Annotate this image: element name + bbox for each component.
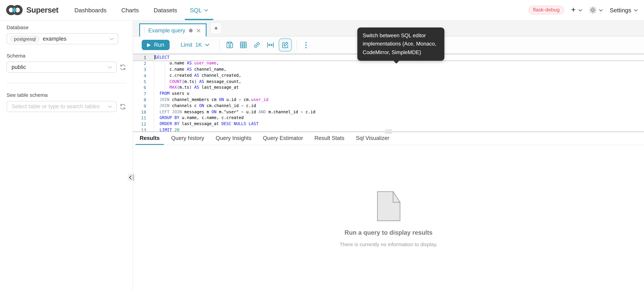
results-tab-query-estimator[interactable]: Query Estimator xyxy=(262,135,303,144)
limit-value: 1K xyxy=(195,42,202,48)
line-number: 5 xyxy=(133,79,154,85)
results-tab-label: Results xyxy=(140,135,160,141)
refresh-schemas-button[interactable] xyxy=(120,64,126,70)
schema-label: Schema xyxy=(6,53,126,59)
nav-item-dashboards[interactable]: Dashboards xyxy=(67,0,114,20)
editor-line-12[interactable]: 12 ORDER BY last_message_at DESC NULLS L… xyxy=(133,121,644,127)
chevron-down-icon xyxy=(108,105,112,108)
code-line: GROUP BY u.name, c.name, c.created xyxy=(154,115,644,121)
collapse-sidebar-button[interactable] xyxy=(128,173,133,181)
limit-label: Limit xyxy=(180,42,192,48)
theme-sun-icon xyxy=(589,6,596,13)
editor-line-10[interactable]: 10 LEFT JOIN messages m ON m."user" = u.… xyxy=(133,109,644,115)
copy-link-button[interactable] xyxy=(250,39,264,51)
run-query-button[interactable]: Run xyxy=(142,40,170,50)
nav-item-label: SQL xyxy=(190,7,202,13)
schema-select[interactable]: public xyxy=(6,61,116,73)
query-tab-example-query[interactable]: Example query xyxy=(139,23,206,36)
caret-down-icon xyxy=(634,9,638,11)
editor-line-8[interactable]: 8 JOIN channel_members cm ON u.id = cm.u… xyxy=(133,97,644,103)
editor-line-13[interactable]: 13 LIMIT 20 xyxy=(133,127,644,131)
drag-handle-icon[interactable] xyxy=(144,27,145,33)
render-table-button[interactable] xyxy=(236,39,250,51)
chevron-down-icon xyxy=(108,66,112,68)
code-line: c.name AS channel_name, xyxy=(154,66,644,72)
editor-line-5[interactable]: 5 COUNT(m.ts) AS message_count, xyxy=(133,79,644,85)
results-tab-label: Query Estimator xyxy=(263,135,303,141)
new-query-tab-button[interactable]: + xyxy=(210,22,222,34)
results-tab-query-history[interactable]: Query history xyxy=(171,135,204,144)
resize-grip[interactable] xyxy=(385,133,392,133)
line-number: 7 xyxy=(133,91,154,97)
results-tab-query-insights[interactable]: Query Insights xyxy=(215,135,252,144)
theme-menu[interactable] xyxy=(589,6,603,13)
nav-item-sql[interactable]: SQL xyxy=(185,0,213,20)
refresh-icon xyxy=(120,64,126,70)
autocomplete-width-button[interactable] xyxy=(264,39,277,51)
sql-code-editor[interactable]: 1SELECT2 u.name AS user_name,3 c.name AS… xyxy=(133,54,644,131)
code-line: LIMIT 20 xyxy=(154,127,644,131)
editor-line-9[interactable]: 9 JOIN channels c ON cm.channel_id = c.i… xyxy=(133,103,644,109)
caret-down-icon xyxy=(598,9,603,11)
editor-line-3[interactable]: 3 c.name AS channel_name, xyxy=(133,66,644,72)
nav-item-datasets[interactable]: Datasets xyxy=(147,0,184,20)
editor-line-11[interactable]: 11 GROUP BY u.name, c.name, c.created xyxy=(133,115,644,121)
results-tab-result-stats[interactable]: Result Stats xyxy=(314,135,345,144)
chevron-down-icon xyxy=(109,38,114,40)
sqllab-left-panel: Database postgresql examples Schema publ… xyxy=(0,20,133,290)
settings-menu[interactable]: Settings xyxy=(610,7,638,13)
resize-grip[interactable] xyxy=(385,129,392,130)
close-tab-icon[interactable] xyxy=(196,28,201,33)
header-right: flask-debug + Settings xyxy=(528,6,644,14)
editor-results-resizer[interactable] xyxy=(133,131,644,132)
code-line: MAX(m.ts) AS last_message_at xyxy=(154,85,644,91)
table-select-placeholder: Select table or type to search tables xyxy=(12,103,100,110)
empty-state-title: Run a query to display results xyxy=(344,229,432,236)
code-line: JOIN channel_members cm ON u.id = cm.use… xyxy=(154,97,644,103)
empty-state-subtitle: There is currently no information to dis… xyxy=(340,242,438,247)
play-icon xyxy=(147,43,151,47)
results-tab-results[interactable]: Results xyxy=(139,135,160,144)
refresh-icon xyxy=(120,103,126,110)
line-number: 2 xyxy=(133,60,154,66)
results-tabs: ResultsQuery historyQuery InsightsQuery … xyxy=(139,132,644,144)
save-query-button[interactable] xyxy=(223,39,236,51)
line-number: 11 xyxy=(133,115,154,121)
results-tab-sql-visualizer[interactable]: Sql Visualizer xyxy=(356,135,390,144)
refresh-tables-button[interactable] xyxy=(120,103,126,110)
editor-line-7[interactable]: 7 FROM users u xyxy=(133,91,644,97)
line-number: 3 xyxy=(133,66,154,72)
editor-line-2[interactable]: 2 u.name AS user_name, xyxy=(133,60,644,66)
active-nav-indicator xyxy=(185,19,213,20)
database-select[interactable]: postgresql examples xyxy=(6,33,118,44)
line-number: 9 xyxy=(133,103,154,109)
code-line: JOIN channels c ON cm.channel_id = c.id xyxy=(154,103,644,109)
more-actions-button[interactable] xyxy=(300,39,313,51)
editor-line-6[interactable]: 6 MAX(m.ts) AS last_message_at xyxy=(133,85,644,91)
results-tab-label: Query Insights xyxy=(216,135,252,141)
editor-line-4[interactable]: 4 c.created AS channel_created, xyxy=(133,72,644,79)
settings-label: Settings xyxy=(610,7,631,13)
more-vertical-icon xyxy=(305,42,307,48)
unsaved-changes-dot xyxy=(189,28,193,32)
nav-item-charts[interactable]: Charts xyxy=(114,0,146,20)
line-number: 8 xyxy=(133,97,154,103)
brand-name: Superset xyxy=(26,5,58,15)
new-item-menu[interactable]: + xyxy=(571,6,582,13)
line-number: 1 xyxy=(133,54,154,60)
caret-down-icon xyxy=(204,9,208,11)
switch-editor-button[interactable] xyxy=(278,38,292,52)
superset-logo[interactable]: Superset xyxy=(6,4,58,16)
toolbar-divider xyxy=(219,40,220,49)
row-limit-dropdown[interactable]: Limit 1K xyxy=(180,42,209,48)
nav-item-label: Dashboards xyxy=(74,7,106,13)
results-empty-state: Run a query to display results There is … xyxy=(133,145,644,247)
text-cursor xyxy=(154,55,155,59)
sqllab-main-panel: Example query + Run Limit 1K xyxy=(133,20,644,290)
database-label: Database xyxy=(6,25,126,30)
panel-resize-grip[interactable] xyxy=(132,174,134,181)
results-tab-label: Sql Visualizer xyxy=(356,135,389,141)
save-icon xyxy=(226,41,233,48)
link-icon xyxy=(251,39,262,50)
table-select[interactable]: Select table or type to search tables xyxy=(6,101,116,112)
